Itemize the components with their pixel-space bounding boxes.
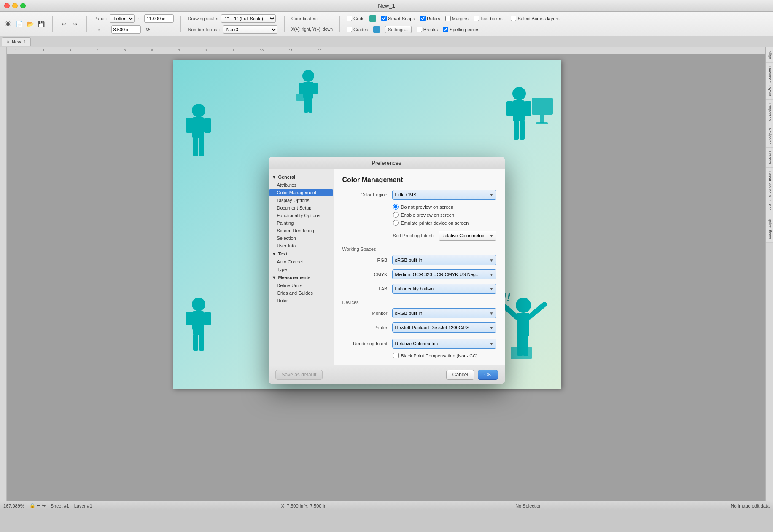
sidebar-item-selection[interactable]: Selection: [269, 234, 334, 242]
rulers-checkbox-group[interactable]: Rulers: [420, 16, 440, 21]
sidebar-item-attributes[interactable]: Attributes: [269, 181, 334, 189]
color-engine-select[interactable]: Little CMS: [392, 190, 496, 200]
spelling-errors-checkbox-group[interactable]: Spelling errors: [443, 27, 479, 32]
sidebar-item-type[interactable]: Type: [269, 266, 334, 273]
sidebar-item-user-info[interactable]: User Info: [269, 242, 334, 250]
sidebar-item-auto-correct[interactable]: Auto Correct: [269, 258, 334, 266]
cmyk-select-wrapper[interactable]: Medium GCR 320 UCR CMYK US Neg... ▼: [392, 269, 496, 279]
sidebar-item-screen-rendering[interactable]: Screen Rendering: [269, 227, 334, 234]
sidebar-section-general[interactable]: ▼ General: [269, 173, 334, 181]
rgb-select[interactable]: sRGB built-in: [392, 255, 496, 265]
number-format-select[interactable]: N.xx3: [223, 25, 277, 34]
icon-new[interactable]: 📄: [14, 19, 24, 29]
divider-4: [284, 16, 285, 32]
radio-enable-preview-input[interactable]: [393, 212, 399, 218]
height-icon: ↕: [98, 27, 100, 32]
paper-select[interactable]: Letter: [110, 14, 135, 23]
window-title: New_1: [378, 3, 395, 9]
rendering-intent-select-wrapper[interactable]: Relative Colorimetric ▼: [392, 339, 496, 349]
rendering-intent-label: Rendering Intent:: [342, 341, 389, 346]
sidebar-item-painting[interactable]: Painting: [269, 219, 334, 227]
sidebar-item-functionality-options[interactable]: Functionality Options: [269, 212, 334, 219]
drawing-scale-select[interactable]: 1" = 1" (Full Scale): [221, 14, 276, 23]
printer-label: Printer:: [342, 325, 389, 330]
icon-refresh[interactable]: ⟳: [143, 25, 153, 34]
sidebar-section-text[interactable]: ▼ Text: [269, 250, 334, 258]
ok-button[interactable]: OK: [478, 370, 498, 380]
cancel-button[interactable]: Cancel: [446, 370, 474, 380]
tab-close-icon[interactable]: ✕: [6, 40, 10, 44]
grids-checkbox-group[interactable]: Grids: [347, 16, 364, 21]
icon-open[interactable]: 📂: [25, 19, 35, 29]
main-toolbar: ⌘ 📄 📂 💾 ↩ ↪ Paper: Letter ↔ 11.000 in ↕ …: [0, 12, 773, 36]
select-across-layers-checkbox[interactable]: [511, 16, 516, 21]
tab-bar: ✕ New_1: [0, 36, 773, 47]
sidebar-general-label: General: [278, 175, 295, 180]
icon-save[interactable]: 💾: [36, 19, 46, 29]
lab-select[interactable]: Lab identity built-in: [392, 284, 496, 294]
soft-proofing-select-wrapper[interactable]: Relative Colorimetric ▼: [439, 231, 496, 241]
monitor-select-wrapper[interactable]: sRGB built-in ▼: [392, 308, 496, 318]
rgb-select-wrapper[interactable]: sRGB built-in ▼: [392, 255, 496, 265]
minimize-button[interactable]: [12, 3, 18, 8]
drawing-scale-group: Drawing scale: 1" = 1" (Full Scale) Numb…: [188, 13, 277, 35]
dialog-footer: Save as default Cancel OK: [269, 365, 505, 384]
printer-select-wrapper[interactable]: Hewlett-Packard DeskJet 1200C/PS ▼: [392, 322, 496, 333]
paper-width-input[interactable]: 11.000 in: [144, 14, 174, 23]
sidebar-text-label: Text: [278, 251, 287, 256]
spelling-errors-label: Spelling errors: [450, 27, 479, 32]
textboxes-checkbox[interactable]: [474, 16, 479, 21]
settings-button[interactable]: Settings...: [385, 26, 412, 33]
guides-checkbox-group[interactable]: Guides: [347, 27, 368, 32]
select-across-layers-label: Select Across layers: [517, 16, 559, 21]
grids-color-icon[interactable]: [369, 15, 376, 22]
soft-proofing-select[interactable]: Relative Colorimetric: [439, 231, 496, 241]
radio-no-preview-input[interactable]: [393, 204, 399, 210]
margins-checkbox-group[interactable]: Margins: [445, 16, 469, 21]
textboxes-checkbox-group[interactable]: Text boxes: [474, 16, 503, 21]
color-engine-select-wrapper[interactable]: Little CMS ▼: [392, 190, 496, 200]
smart-snaps-checkbox-group[interactable]: Smart Snaps: [381, 16, 415, 21]
sidebar-item-ruler[interactable]: Ruler: [269, 297, 334, 304]
printer-select[interactable]: Hewlett-Packard DeskJet 1200C/PS: [392, 322, 496, 333]
icon-apple-menu[interactable]: ⌘: [3, 19, 13, 29]
radio-emulate-printer[interactable]: Emulate printer device on screen: [342, 220, 496, 226]
margins-checkbox[interactable]: [445, 16, 451, 21]
grids-checkbox[interactable]: [347, 16, 352, 21]
sidebar-item-color-management[interactable]: Color Management: [269, 189, 333, 196]
monitor-row: Monitor: sRGB built-in ▼: [342, 308, 496, 318]
radio-no-preview[interactable]: Do not preview on screen: [342, 204, 496, 210]
chevron-right-icon-text: ▼: [272, 251, 277, 256]
lab-row: LAB: Lab identity built-in ▼: [342, 284, 496, 294]
close-button[interactable]: [4, 3, 10, 8]
breaks-checkbox-group[interactable]: Breaks: [417, 27, 438, 32]
black-point-checkbox[interactable]: [393, 353, 399, 358]
radio-enable-preview[interactable]: Enable preview on screen: [342, 212, 496, 218]
smart-snaps-checkbox[interactable]: [381, 16, 387, 21]
sidebar-item-document-setup[interactable]: Document Setup: [269, 204, 334, 212]
cmyk-select[interactable]: Medium GCR 320 UCR CMYK US Neg...: [392, 269, 496, 279]
guides-checkbox[interactable]: [347, 27, 352, 32]
soft-proofing-row: Soft Proofing Intent: Relative Colorimet…: [342, 231, 496, 241]
guides-color-icon[interactable]: [373, 26, 380, 33]
monitor-select[interactable]: sRGB built-in: [392, 308, 496, 318]
rulers-checkbox[interactable]: [420, 16, 426, 21]
radio-emulate-printer-input[interactable]: [393, 220, 399, 226]
lab-select-wrapper[interactable]: Lab identity built-in ▼: [392, 284, 496, 294]
paper-height-input[interactable]: 8.500 in: [111, 25, 141, 34]
spelling-errors-checkbox[interactable]: [443, 27, 448, 32]
icon-redo[interactable]: ↪: [70, 19, 80, 29]
drawing-scale-label: Drawing scale:: [188, 16, 218, 21]
sidebar-item-define-units[interactable]: Define Units: [269, 282, 334, 289]
rendering-intent-select[interactable]: Relative Colorimetric: [392, 339, 496, 349]
maximize-button[interactable]: [20, 3, 26, 8]
breaks-checkbox[interactable]: [417, 27, 422, 32]
sidebar-item-grids-guides[interactable]: Grids and Guides: [269, 289, 334, 297]
icon-undo[interactable]: ↩: [59, 19, 69, 29]
sidebar-item-display-options[interactable]: Display Options: [269, 196, 334, 204]
sidebar-section-measurements[interactable]: ▼ Measurements: [269, 273, 334, 282]
select-across-layers-group[interactable]: Select Across layers: [511, 16, 559, 21]
save-default-button[interactable]: Save as default: [275, 370, 323, 380]
cmyk-label: CMYK:: [342, 272, 389, 277]
tab-new1[interactable]: ✕ New_1: [2, 37, 31, 46]
